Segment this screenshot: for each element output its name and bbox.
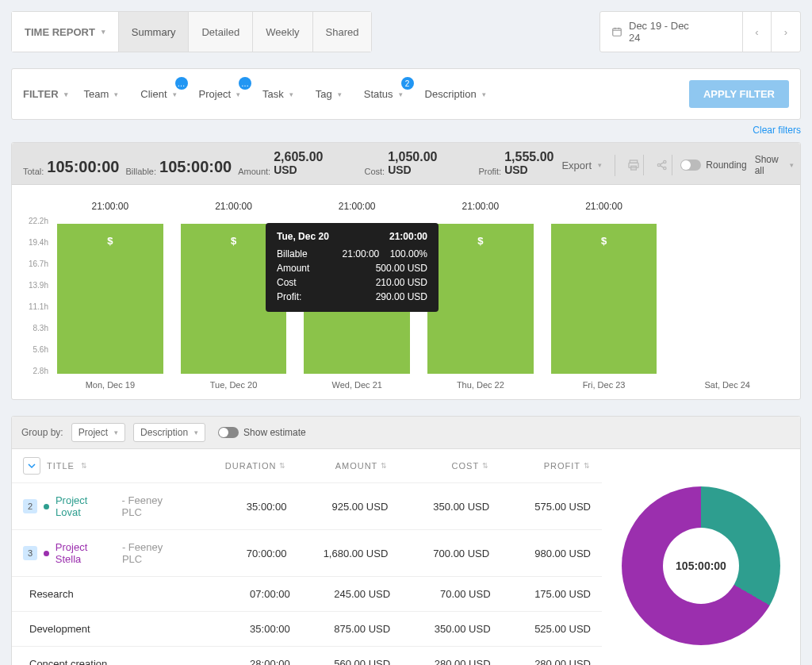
th-cost[interactable]: COST — [452, 461, 480, 471]
profit-value: 1,555.00 — [504, 151, 553, 163]
task-name: Development — [29, 623, 90, 635]
project-name: Project Stella — [56, 541, 116, 565]
client-name: - Feeney PLC — [122, 541, 186, 565]
amount-label: Amount: — [238, 167, 270, 176]
cell-profit: 980.00 USD — [489, 548, 591, 559]
bar[interactable]: $ — [57, 224, 163, 374]
filter-project[interactable]: Project… — [188, 82, 251, 106]
donut-chart: 105:00:00 — [602, 449, 800, 665]
tab-weekly[interactable]: Weekly — [253, 12, 312, 52]
group-select-1[interactable]: Project — [71, 423, 125, 442]
report-table: TITLE⇅ DURATION⇅ AMOUNT⇅ COST⇅ PROFIT⇅ 2… — [12, 449, 602, 665]
th-duration[interactable]: DURATION — [225, 461, 277, 471]
bar-category-label: Mon, Dec 19 — [86, 380, 135, 391]
task-row[interactable]: Concept creation28:00:00560.00 USD280.00… — [12, 647, 602, 665]
cell-duration: 70:00:00 — [186, 548, 287, 559]
bar[interactable]: $ — [427, 224, 534, 374]
bar-value-label: 21:00:00 — [215, 201, 252, 217]
total-label: Total: — [23, 167, 44, 176]
row-count-chip: 2 — [23, 499, 37, 513]
project-color-dot — [44, 504, 49, 509]
cost-currency: USD — [388, 163, 437, 176]
profit-currency: USD — [504, 163, 553, 176]
show-estimate-label: Show estimate — [243, 427, 306, 438]
rounding-toggle[interactable]: Rounding — [680, 160, 746, 171]
bar-column[interactable]: 21:00:00$Mon, Dec 19 — [48, 201, 172, 391]
bar-category-label: Sat, Dec 24 — [704, 380, 749, 391]
cell-amount: 925.00 USD — [286, 501, 388, 513]
cell-cost: 350.00 USD — [388, 501, 489, 513]
cell-amount: 1,680.00 USD — [286, 548, 388, 559]
report-type-dropdown[interactable]: TIME REPORT — [12, 12, 119, 52]
summary-panel: Total:105:00:00 Billable:105:00:00 Amoun… — [11, 142, 801, 400]
table-header: TITLE⇅ DURATION⇅ AMOUNT⇅ COST⇅ PROFIT⇅ — [12, 449, 602, 483]
share-icon[interactable] — [652, 155, 672, 175]
cell-profit: 525.00 USD — [491, 623, 591, 635]
filter-tag[interactable]: Tag — [304, 82, 353, 106]
apply-filter-button[interactable]: APPLY FILTER — [689, 80, 789, 108]
client-name: - Feeney PLC — [122, 494, 186, 518]
chart-tooltip: Tue, Dec 2021:00:00 Billable21:00:00 100… — [266, 223, 439, 312]
bar-category-label: Wed, Dec 21 — [331, 380, 381, 391]
date-next-button[interactable]: › — [772, 12, 800, 52]
filter-bar: FILTER Team Client… Project… Task Tag St… — [11, 68, 801, 120]
svg-rect-0 — [613, 29, 622, 36]
tab-shared[interactable]: Shared — [313, 12, 372, 52]
cell-cost: 700.00 USD — [388, 548, 489, 559]
total-value: 105:00:00 — [47, 158, 119, 176]
cell-profit: 575.00 USD — [489, 501, 591, 513]
clear-filters-link[interactable]: Clear filters — [11, 125, 801, 136]
billable-value: 105:00:00 — [159, 158, 232, 176]
print-icon[interactable] — [623, 155, 644, 175]
filter-description[interactable]: Description — [414, 82, 497, 106]
bar[interactable]: $ — [551, 224, 657, 374]
export-dropdown[interactable]: Export — [555, 155, 615, 176]
th-amount[interactable]: AMOUNT — [335, 461, 378, 471]
bar-value-label: 21:00:00 — [339, 201, 376, 217]
filter-label[interactable]: FILTER — [23, 88, 68, 100]
svg-rect-2 — [629, 163, 638, 167]
group-select-2[interactable]: Description — [133, 423, 205, 442]
cell-duration: 28:00:00 — [190, 658, 289, 665]
task-row[interactable]: Development35:00:00875.00 USD350.00 USD5… — [12, 612, 602, 647]
th-title[interactable]: TITLE — [47, 461, 75, 471]
filter-client[interactable]: Client… — [129, 82, 187, 106]
cell-cost: 70.00 USD — [390, 588, 490, 600]
project-name: Project Lovat — [56, 494, 116, 518]
project-row[interactable]: 2Project Lovat- Feeney PLC35:00:00925.00… — [12, 483, 602, 530]
bar-value-label: 21:00:00 — [585, 201, 622, 217]
group-bar: Group by: Project Description Show estim… — [12, 417, 800, 449]
amount-value: 2,605.00 — [274, 151, 323, 163]
tab-summary[interactable]: Summary — [119, 12, 190, 52]
show-estimate-toggle[interactable]: Show estimate — [218, 427, 306, 438]
profit-label: Profit: — [478, 167, 501, 176]
filter-team[interactable]: Team — [73, 82, 130, 106]
cell-duration: 07:00:00 — [190, 588, 289, 600]
filter-client-badge: … — [175, 77, 188, 90]
cell-duration: 35:00:00 — [190, 623, 289, 635]
cell-cost: 280.00 USD — [390, 658, 490, 665]
bar-column[interactable]: Sat, Dec 24 — [665, 201, 789, 391]
rounding-label: Rounding — [706, 160, 746, 171]
bar-chart: 22.2h 19.4h 16.7h 13.9h 11.1h 8.3h 5.6h … — [12, 185, 800, 399]
billable-label: Billable: — [125, 167, 156, 176]
date-prev-button[interactable]: ‹ — [743, 12, 772, 52]
filter-project-badge: … — [239, 77, 251, 90]
date-range-button[interactable]: Dec 19 - Dec 24 — [600, 12, 743, 52]
cell-amount: 560.00 USD — [290, 658, 390, 665]
top-bar: TIME REPORT Summary Detailed Weekly Shar… — [11, 11, 801, 52]
table-panel: Group by: Project Description Show estim… — [11, 416, 801, 665]
donut-center-label: 105:00:00 — [663, 528, 739, 604]
task-name: Concept creation — [29, 658, 107, 665]
showall-dropdown[interactable]: Show all — [755, 154, 795, 176]
project-row[interactable]: 3Project Stella- Feeney PLC70:00:001,680… — [12, 530, 602, 577]
date-range-label: Dec 19 - Dec 24 — [629, 20, 703, 44]
filter-task[interactable]: Task — [251, 82, 304, 106]
th-profit[interactable]: PROFIT — [544, 461, 580, 471]
y-axis: 22.2h 19.4h 16.7h 13.9h 11.1h 8.3h 5.6h … — [23, 217, 48, 375]
bar-column[interactable]: 21:00:00$Fri, Dec 23 — [542, 201, 666, 391]
task-row[interactable]: Research07:00:00245.00 USD70.00 USD175.0… — [12, 577, 602, 612]
collapse-all-button[interactable] — [23, 457, 40, 475]
tab-detailed[interactable]: Detailed — [189, 12, 253, 52]
filter-status[interactable]: Status2 — [353, 82, 414, 106]
